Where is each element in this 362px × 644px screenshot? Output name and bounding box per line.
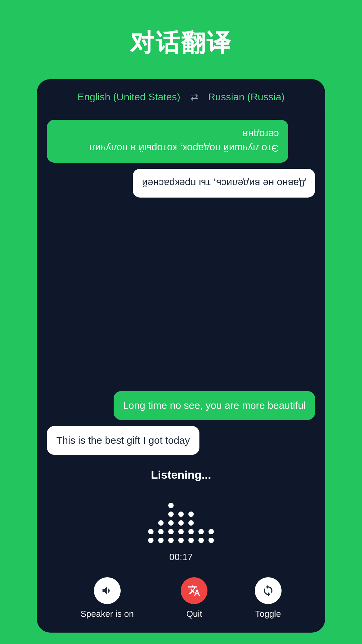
wave-col-5 [188,512,194,543]
wave-col-3 [168,503,174,543]
wave-col-6 [198,529,204,543]
dot [148,538,154,543]
language-header: English (United States) ⇄ Russian (Russi… [37,79,325,113]
speaker-button[interactable]: Speaker is on [80,577,134,619]
dot [168,503,174,508]
quit-icon-bg [181,577,207,604]
listening-label: Listening... [151,468,211,481]
dot [188,538,194,543]
waveform [148,489,214,543]
speaker-icon-bg [94,577,121,604]
toggle-label: Toggle [255,609,281,619]
dot [168,538,174,543]
dot [178,529,184,534]
wave-col-4 [178,512,184,543]
app-title: 对话翻译 [130,27,232,59]
swap-icon[interactable]: ⇄ [190,92,198,103]
dot [208,538,214,543]
timer: 00:17 [169,552,193,562]
wave-col-2 [158,520,164,543]
source-language[interactable]: English (United States) [77,91,180,103]
wave-col-7 [208,529,214,543]
toggle-icon [262,584,275,597]
dot [178,538,184,543]
dot [198,538,204,543]
top-bubble-white: Давно не виделись, ты прекрасней [133,169,315,198]
controls-bar: Speaker is on Quit Toggle [37,571,325,633]
target-language[interactable]: Russian (Russia) [208,91,285,103]
dot [148,529,154,534]
dot [168,512,174,517]
translate-icon [188,584,200,597]
quit-label: Quit [186,609,202,619]
toggle-icon-bg [255,577,282,604]
dot [188,529,194,534]
dot [158,529,164,534]
bottom-bubble-green: Long time no see, you are more beautiful [114,391,315,420]
dot [178,512,184,517]
listening-area: Listening... [37,462,325,571]
bottom-bubble-white: This is the best gift I got today [47,426,199,455]
dot [168,520,174,526]
quit-button[interactable]: Quit [181,577,207,619]
toggle-button[interactable]: Toggle [255,577,282,619]
dot [208,529,214,534]
dot [158,538,164,543]
chat-bottom: Long time no see, you are more beautiful… [37,381,325,462]
chat-top: Давно не виделись, ты прекрасней Это луч… [37,113,325,381]
dot [188,512,194,517]
dot [198,529,204,534]
wave-col-1 [148,529,154,543]
dot [178,520,184,526]
speaker-label: Speaker is on [80,609,134,619]
top-bubble-green: Это лучший подарок, который я получил се… [47,120,288,163]
main-card: English (United States) ⇄ Russian (Russi… [37,79,325,633]
speaker-icon [101,584,114,597]
dot [158,520,164,526]
dot [168,529,174,534]
dot [188,520,194,526]
